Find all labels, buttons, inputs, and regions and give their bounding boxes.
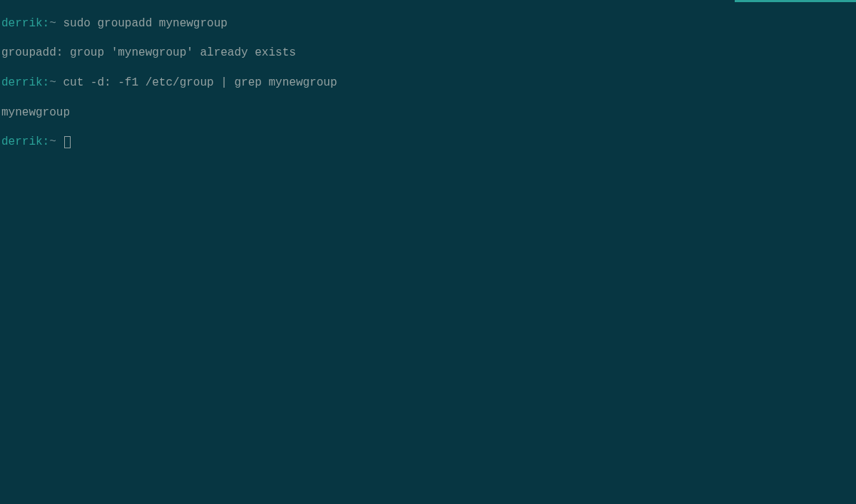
prompt-path: ~ (49, 135, 63, 148)
terminal-line: derrik:~ (1, 135, 855, 150)
cursor-block (64, 136, 71, 148)
terminal-line: derrik:~ cut -d: -f1 /etc/group | grep m… (1, 76, 855, 91)
terminal-line: groupadd: group 'mynewgroup' already exi… (1, 46, 855, 61)
terminal-line: mynewgroup (1, 106, 855, 120)
prompt-separator: : (43, 76, 50, 89)
prompt-user: derrik (1, 17, 43, 30)
prompt-user: derrik (1, 135, 43, 148)
command-text: cut -d: -f1 /etc/group | grep mynewgroup (63, 76, 337, 89)
prompt-separator: : (43, 135, 50, 148)
prompt-path: ~ (49, 17, 63, 30)
prompt-separator: : (43, 17, 50, 30)
prompt-user: derrik (1, 76, 43, 89)
output-text: mynewgroup (1, 106, 70, 119)
command-text: sudo groupadd mynewgroup (63, 17, 227, 30)
output-text: groupadd: group 'mynewgroup' already exi… (1, 46, 296, 59)
terminal-area[interactable]: derrik:~ sudo groupadd mynewgroup groupa… (1, 1, 855, 165)
prompt-path: ~ (49, 76, 63, 89)
terminal-line: derrik:~ sudo groupadd mynewgroup (1, 16, 855, 31)
scrollbar-indicator[interactable] (735, 0, 856, 2)
